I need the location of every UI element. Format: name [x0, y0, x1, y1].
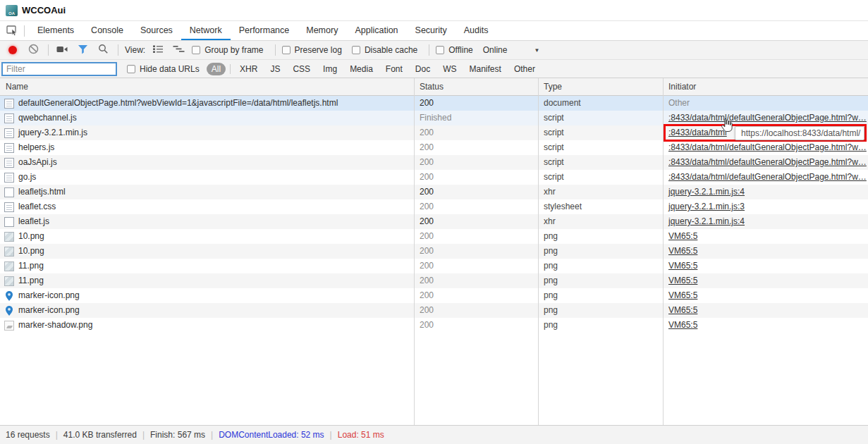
inspect-element-button[interactable]: [0, 21, 24, 40]
tab-performance[interactable]: Performance: [231, 21, 298, 40]
initiator-link[interactable]: jquery-3.2.1.min.js:4: [668, 187, 745, 197]
disable-cache-checkbox[interactable]: Disable cache: [352, 45, 417, 55]
request-type: xhr: [538, 185, 663, 199]
filter-funnel-icon: [78, 44, 88, 56]
preserve-log-label: Preserve log: [295, 45, 342, 55]
initiator-link[interactable]: :8433/data/html/defaultGeneralObjectPage…: [668, 172, 867, 182]
request-name: 11.png: [18, 273, 44, 288]
camera-icon: [56, 45, 68, 56]
table-row[interactable]: marker-icon.png200pngVM65:5: [0, 303, 868, 318]
table-row[interactable]: leaflet.css200stylesheetjquery-3.2.1.min…: [0, 199, 868, 214]
tab-application[interactable]: Application: [346, 21, 406, 40]
column-divider[interactable]: [414, 78, 415, 425]
search-button[interactable]: [96, 43, 110, 57]
column-header-type[interactable]: Type: [538, 82, 663, 92]
initiator-link[interactable]: VM65:5: [668, 276, 697, 285]
throttling-select[interactable]: Online ▼: [483, 45, 540, 55]
table-row[interactable]: leafletjs.html200xhrjquery-3.2.1.min.js:…: [0, 185, 868, 199]
initiator-link[interactable]: VM65:5: [668, 320, 697, 330]
table-row[interactable]: 10.png200pngVM65:5: [0, 229, 868, 244]
table-row[interactable]: oaJsApi.js200script:8433/data/html/defau…: [0, 155, 868, 170]
document-icon: [4, 202, 14, 212]
clear-button[interactable]: [26, 43, 40, 57]
request-name: marker-icon.png: [18, 288, 80, 303]
table-row[interactable]: 10.png200pngVM65:5: [0, 244, 868, 259]
column-header-name[interactable]: Name: [0, 82, 414, 92]
initiator-link[interactable]: VM65:5: [668, 290, 697, 300]
initiator-link[interactable]: VM65:5: [668, 246, 697, 256]
filter-type-img[interactable]: Img: [318, 63, 342, 75]
tab-console[interactable]: Console: [82, 21, 132, 40]
initiator-link[interactable]: :8433/data/html/defaultGeneralObjectPage…: [668, 142, 867, 152]
table-row[interactable]: leaflet.js200xhrjquery-3.2.1.min.js:4: [0, 214, 868, 229]
request-status: 200: [414, 140, 538, 155]
initiator-link[interactable]: :8433/data/html/defaultGeneralObjectPage…: [668, 113, 867, 123]
filter-type-js[interactable]: JS: [265, 63, 285, 75]
table-row[interactable]: defaultGeneralObjectPage.html?webViewId=…: [0, 96, 868, 111]
request-name: 11.png: [18, 259, 44, 273]
filter-type-manifest[interactable]: Manifest: [465, 63, 506, 75]
column-header-status[interactable]: Status: [414, 82, 538, 92]
initiator-link[interactable]: :8433/data/html: [668, 128, 727, 137]
column-divider[interactable]: [663, 78, 664, 425]
request-status: 200: [414, 185, 538, 199]
filter-type-media[interactable]: Media: [345, 63, 378, 75]
column-divider[interactable]: [538, 78, 539, 425]
request-name: 10.png: [18, 229, 44, 244]
table-row[interactable]: helpers.js200script:8433/data/html/defau…: [0, 140, 868, 155]
use-large-rows-button[interactable]: [151, 43, 165, 57]
tab-audits[interactable]: Audits: [456, 21, 497, 40]
group-by-frame-checkbox[interactable]: Group by frame: [192, 45, 263, 55]
divider: [275, 44, 276, 56]
offline-checkbox[interactable]: Offline: [436, 45, 472, 55]
filter-button[interactable]: [75, 43, 90, 57]
table-row[interactable]: qwebchannel.jsFinishedscript:8433/data/h…: [0, 111, 868, 125]
tab-network[interactable]: Network: [181, 21, 231, 40]
view-label: View:: [125, 45, 145, 55]
initiator-link[interactable]: VM65:5: [668, 231, 697, 241]
initiator-link[interactable]: jquery-3.2.1.min.js:4: [668, 216, 745, 226]
request-status: Finished: [414, 111, 538, 125]
throttling-value: Online: [483, 45, 508, 55]
tab-elements[interactable]: Elements: [29, 21, 82, 40]
request-type: stylesheet: [538, 199, 663, 214]
tab-security[interactable]: Security: [407, 21, 456, 40]
tab-memory[interactable]: Memory: [298, 21, 346, 40]
initiator-link[interactable]: VM65:5: [668, 261, 697, 271]
filter-type-font[interactable]: Font: [381, 63, 408, 75]
table-row[interactable]: 11.png200pngVM65:5: [0, 259, 868, 273]
capture-screenshots-button[interactable]: [55, 43, 69, 57]
initiator-link[interactable]: jquery-3.2.1.min.js:3: [668, 202, 745, 211]
filter-input[interactable]: [1, 62, 117, 76]
request-status: 200: [414, 303, 538, 318]
filter-type-all[interactable]: All: [207, 63, 226, 75]
request-type: script: [538, 155, 663, 170]
checkbox-icon: [352, 46, 360, 54]
request-type: script: [538, 140, 663, 155]
divider: |: [56, 430, 58, 440]
initiator-link[interactable]: VM65:5: [668, 305, 697, 315]
table-row[interactable]: marker-shadow.png200pngVM65:5: [0, 318, 868, 333]
filter-type-css[interactable]: CSS: [288, 63, 315, 75]
initiator-link[interactable]: :8433/data/html/defaultGeneralObjectPage…: [668, 157, 867, 167]
network-filterbar: Hide data URLs AllXHRJSCSSImgMediaFontDo…: [0, 60, 868, 78]
table-row[interactable]: go.js200script:8433/data/html/defaultGen…: [0, 170, 868, 185]
filter-type-other[interactable]: Other: [509, 63, 540, 75]
document-icon: [4, 143, 14, 153]
request-name: qwebchannel.js: [18, 111, 77, 125]
record-button[interactable]: [6, 43, 20, 57]
hide-data-urls-checkbox[interactable]: Hide data URLs: [127, 64, 200, 74]
preserve-log-checkbox[interactable]: Preserve log: [282, 45, 342, 55]
filter-type-xhr[interactable]: XHR: [235, 63, 262, 75]
tab-sources[interactable]: Sources: [132, 21, 181, 40]
table-row[interactable]: marker-icon.png200pngVM65:5: [0, 288, 868, 303]
load-time: Load: 51 ms: [338, 430, 384, 440]
filter-type-ws[interactable]: WS: [438, 63, 461, 75]
request-status: 200: [414, 273, 538, 288]
filter-type-doc[interactable]: Doc: [410, 63, 435, 75]
request-status: 200: [414, 155, 538, 170]
show-overview-button[interactable]: [171, 43, 185, 57]
column-header-initiator[interactable]: Initiator: [663, 82, 868, 92]
table-row[interactable]: 11.png200pngVM65:5: [0, 273, 868, 288]
shadow-image-icon: [4, 321, 14, 331]
